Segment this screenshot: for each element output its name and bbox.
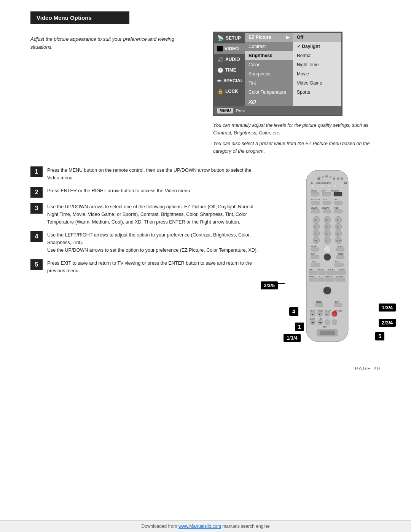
- download-link[interactable]: www.Manualslib.com: [178, 524, 221, 529]
- download-bar: Downloaded from www.Manualslib.com manua…: [0, 520, 411, 532]
- caption-1: You can manually adjust the levels for t…: [213, 121, 381, 137]
- svg-rect-27: [334, 201, 342, 205]
- svg-text:SAT: SAT: [344, 182, 347, 184]
- menu-btn: MENU: [217, 108, 233, 113]
- svg-text:2: 2: [326, 219, 327, 221]
- svg-text:▶▶: ▶▶: [319, 321, 322, 324]
- svg-rect-86: [318, 278, 324, 281]
- svg-text:LIGHT: LIGHT: [321, 190, 327, 192]
- step-2-text: Press ENTER or the RIGHT arrow button to…: [47, 187, 191, 195]
- svg-text:1: 1: [315, 219, 316, 221]
- svg-text:6: 6: [337, 226, 338, 228]
- svg-point-5: [333, 177, 335, 180]
- svg-text:VIDEO: VIDEO: [338, 253, 344, 255]
- step-5-row: 5 Press EXIT to save and return to TV vi…: [30, 259, 263, 275]
- svg-rect-33: [334, 209, 342, 213]
- svg-rect-32: [323, 209, 331, 213]
- remote-label-235: 2/3/5: [261, 281, 278, 289]
- svg-point-14: [334, 185, 337, 188]
- svg-point-67: [324, 254, 331, 260]
- menu-setup-label: SETUP: [226, 35, 241, 41]
- remote-svg: TV VCR CABLE DVD SAT MODE LIGHT POWER: [291, 166, 363, 349]
- svg-text:■: ■: [326, 313, 327, 315]
- svg-text:CH: CH: [335, 260, 338, 263]
- page-title: Video Menu Options: [30, 11, 129, 24]
- svg-text:TV: TV: [311, 182, 314, 184]
- svg-text:EXIT: EXIT: [335, 301, 339, 303]
- menu-right-empty: [293, 97, 341, 106]
- svg-point-34: [313, 216, 320, 223]
- svg-rect-79: [327, 271, 336, 275]
- menu-time-label: TIME: [225, 67, 236, 73]
- svg-text:MODE: MODE: [311, 190, 317, 192]
- svg-point-38: [335, 216, 342, 223]
- caption-2: You can also select a preset value from …: [213, 140, 381, 155]
- remote-label-5: 5: [375, 332, 384, 340]
- svg-text:⏸: ⏸: [319, 313, 321, 315]
- menu-right-col: Off ✓ Daylight Normal Night Time Movie V…: [293, 33, 341, 106]
- svg-rect-66: [311, 255, 319, 259]
- menu-left-lock: 🔒 LOCK: [214, 86, 245, 97]
- step-4-number: 4: [30, 231, 43, 242]
- svg-rect-68: [336, 255, 344, 259]
- svg-text:RPICH: RPICH: [317, 268, 323, 271]
- step-5-text: Press EXIT to save and return to TV view…: [47, 259, 263, 275]
- svg-text:SURF: SURF: [338, 245, 343, 248]
- menu-video-label: VIDEO: [225, 46, 239, 51]
- svg-text:9: 9: [337, 233, 338, 235]
- svg-text:CC: CC: [318, 275, 321, 278]
- svg-text:COMP1: COMP1: [311, 207, 318, 209]
- svg-text:RGB: RGB: [334, 207, 339, 209]
- svg-rect-77: [309, 271, 317, 275]
- step-4-text: Use the LEFT/RIGHT arrows to adjust the …: [47, 231, 263, 254]
- svg-text:4: 4: [315, 226, 316, 228]
- svg-rect-80: [337, 271, 346, 275]
- svg-point-48: [324, 230, 331, 237]
- svg-text:└SKIP─┘: └SKIP─┘: [322, 326, 330, 328]
- svg-text:8: 8: [326, 233, 327, 235]
- remote-container: TV VCR CABLE DVD SAT MODE LIGHT POWER: [274, 166, 381, 350]
- svg-point-46: [313, 230, 320, 237]
- menu-mid-colortemp: Color Temperature: [245, 88, 293, 97]
- step-3-number: 3: [30, 203, 43, 214]
- page-number: PAGE 29: [30, 366, 381, 371]
- steps-list: 1 Press the MENU button on the remote co…: [30, 166, 263, 350]
- menu-mid-brightness: Brightness: [245, 51, 293, 60]
- svg-text:SIDE: SIDE: [323, 198, 328, 201]
- svg-point-7: [341, 177, 343, 180]
- svg-point-40: [313, 223, 320, 230]
- svg-text:TV/VIDEO: TV/VIDEO: [311, 198, 320, 201]
- svg-rect-26: [323, 201, 331, 205]
- svg-point-15: [341, 185, 343, 188]
- svg-text:PPICH+: PPICH+: [328, 268, 335, 271]
- svg-point-2: [322, 176, 324, 178]
- svg-text:ENT: ENT: [314, 240, 318, 242]
- step-3-text: Use the UP/DOWN arrows to select one of …: [47, 203, 263, 226]
- menu-left-time: 🕐 TIME: [214, 65, 245, 75]
- svg-text:INFO: INFO: [336, 240, 341, 242]
- svg-text:▶: ▶: [312, 313, 313, 315]
- svg-rect-60: [311, 248, 319, 251]
- svg-rect-19: [311, 192, 319, 196]
- step-1-text: Press the MENU button on the remote cont…: [47, 166, 263, 182]
- remote-label-234: 2/3/4: [379, 319, 396, 327]
- menu-right-nighttime: Night Time: [293, 60, 341, 69]
- svg-rect-120: [320, 331, 335, 335]
- menu-mid-contrast: Contrast: [245, 42, 293, 51]
- svg-point-42: [324, 223, 331, 230]
- svg-text:◀◀: ◀◀: [311, 321, 314, 324]
- remote-label-4: 4: [289, 307, 298, 316]
- svg-text:●: ●: [333, 313, 335, 315]
- svg-rect-88: [335, 278, 345, 281]
- menu-mid-col: EZ Picture▶ Contrast Brightness Color Sh…: [245, 33, 293, 106]
- menu-right-daylight: ✓ Daylight: [293, 42, 341, 51]
- svg-text:VOL: VOL: [312, 260, 316, 263]
- svg-point-13: [328, 185, 331, 188]
- svg-point-116: [325, 320, 330, 325]
- menu-left-setup: 📡 SETUP: [214, 33, 245, 43]
- svg-text:POWER: POWER: [331, 190, 339, 192]
- svg-point-93: [323, 287, 331, 294]
- svg-point-1: [317, 177, 320, 180]
- svg-rect-97: [335, 303, 342, 307]
- svg-text:PIP/IMUT: PIP/IMUT: [336, 275, 344, 278]
